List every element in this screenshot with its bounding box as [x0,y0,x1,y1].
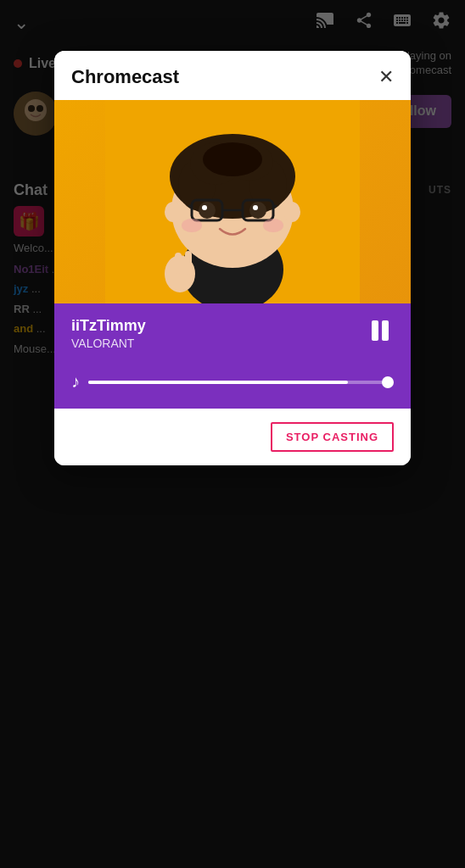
stop-casting-button[interactable]: STOP CASTING [271,422,394,452]
svg-point-24 [253,205,258,210]
progress-fill [88,381,348,384]
player-info: iiTzTimmy VALORANT [71,317,146,350]
svg-point-23 [202,205,207,210]
svg-rect-29 [185,251,192,275]
progress-track[interactable] [88,381,394,384]
svg-point-21 [199,202,216,219]
svg-point-26 [263,219,283,232]
svg-point-22 [249,202,266,219]
player-controls: iiTzTimmy VALORANT ♪ [54,303,411,409]
player-stream-game: VALORANT [71,337,146,350]
progress-thumb [382,376,394,388]
modal-footer: STOP CASTING [54,409,411,465]
svg-point-14 [165,202,182,222]
progress-bar-row: ♪ [71,372,394,392]
svg-point-15 [283,202,300,222]
chibi-art [54,100,411,303]
player-stream-name: iiTzTimmy [71,317,146,335]
stream-thumbnail [54,100,411,303]
svg-rect-30 [372,320,378,341]
chromecast-modal: Chromecast ✕ [54,51,411,465]
close-button[interactable]: ✕ [378,68,394,86]
svg-rect-31 [382,320,389,341]
modal-overlay: Chromecast ✕ [0,0,465,868]
music-note-icon: ♪ [71,372,80,392]
modal-title: Chromecast [71,66,179,88]
pause-button[interactable] [367,317,394,348]
svg-point-13 [203,142,262,176]
svg-point-25 [182,219,202,232]
modal-header: Chromecast ✕ [54,51,411,100]
svg-rect-28 [175,253,182,274]
